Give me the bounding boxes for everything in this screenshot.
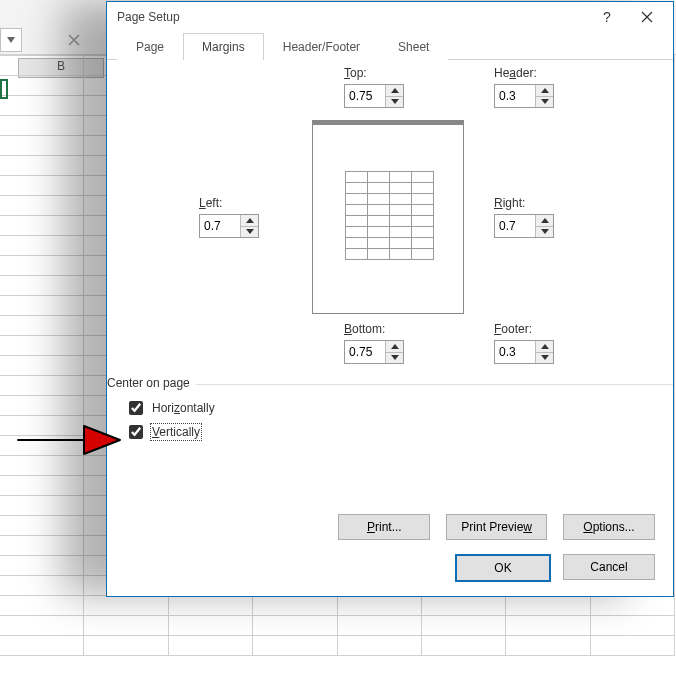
spin-up-icon[interactable]	[386, 341, 403, 353]
spinner-top	[344, 84, 404, 108]
dialog-footer: OK Cancel	[455, 554, 655, 582]
svg-marker-9	[541, 229, 549, 234]
input-left[interactable]	[200, 215, 240, 237]
spinner-footer	[494, 340, 554, 364]
tab-margins[interactable]: Margins	[183, 33, 264, 60]
spin-down-icon[interactable]	[386, 353, 403, 364]
checkbox-vertically-input[interactable]	[129, 425, 143, 439]
input-header[interactable]	[495, 85, 535, 107]
margin-preview	[312, 120, 464, 314]
spinner-arrows	[535, 341, 553, 363]
field-right: Right:	[494, 196, 554, 238]
input-top[interactable]	[345, 85, 385, 107]
spinner-header	[494, 84, 554, 108]
name-box-dropdown[interactable]	[0, 28, 22, 52]
label-header: Header:	[494, 66, 554, 80]
svg-text:?: ?	[603, 10, 611, 24]
print-button[interactable]: Print...	[338, 514, 430, 540]
active-cell-indicator	[0, 79, 8, 99]
spin-up-icon[interactable]	[536, 85, 553, 97]
dialog-titlebar[interactable]: Page Setup ?	[107, 2, 673, 32]
spinner-bottom	[344, 340, 404, 364]
field-left: Left:	[199, 196, 259, 238]
help-button[interactable]: ?	[587, 3, 627, 31]
options-button[interactable]: Options...	[563, 514, 655, 540]
svg-marker-12	[541, 344, 549, 349]
spinner-arrows	[385, 85, 403, 107]
field-header: Header:	[494, 66, 554, 108]
spinner-arrows	[535, 85, 553, 107]
field-footer: Footer:	[494, 322, 554, 364]
tab-header-footer[interactable]: Header/Footer	[264, 33, 379, 60]
checkbox-horizontally-input[interactable]	[129, 401, 143, 415]
svg-marker-2	[391, 88, 399, 93]
cancel-button[interactable]: Cancel	[563, 554, 655, 580]
preview-cells	[345, 171, 433, 259]
label-bottom: Bottom:	[344, 322, 404, 336]
input-right[interactable]	[495, 215, 535, 237]
svg-marker-7	[246, 229, 254, 234]
svg-marker-3	[391, 99, 399, 104]
spin-down-icon[interactable]	[536, 227, 553, 238]
print-preview-button[interactable]: Print Preview	[446, 514, 547, 540]
spinner-left	[199, 214, 259, 238]
dialog-title: Page Setup	[117, 10, 587, 24]
svg-marker-11	[391, 355, 399, 360]
spinner-arrows	[385, 341, 403, 363]
spin-down-icon[interactable]	[536, 97, 553, 108]
center-on-page-label: Center on page	[107, 376, 196, 390]
tab-strip: Page Margins Header/Footer Sheet	[107, 32, 673, 60]
label-top-rest: op:	[350, 66, 367, 80]
spinner-arrows	[535, 215, 553, 237]
spin-down-icon[interactable]	[536, 353, 553, 364]
spin-down-icon[interactable]	[241, 227, 258, 238]
spin-up-icon[interactable]	[536, 215, 553, 227]
svg-marker-6	[246, 218, 254, 223]
ok-button[interactable]: OK	[455, 554, 551, 582]
svg-marker-4	[541, 88, 549, 93]
checkbox-horizontally[interactable]: Horizontally	[125, 398, 215, 418]
spinner-right	[494, 214, 554, 238]
label-top: Top:	[344, 66, 404, 80]
dialog-body: Top: Header: Left:	[107, 60, 673, 596]
close-button[interactable]	[627, 3, 667, 31]
spin-up-icon[interactable]	[241, 215, 258, 227]
label-footer: Footer:	[494, 322, 554, 336]
input-footer[interactable]	[495, 341, 535, 363]
svg-marker-13	[541, 355, 549, 360]
svg-marker-0	[7, 37, 15, 43]
svg-marker-8	[541, 218, 549, 223]
spinner-arrows	[240, 215, 258, 237]
action-button-row: Print... Print Preview Options...	[107, 514, 655, 540]
formula-cancel-icon[interactable]	[62, 28, 86, 52]
input-bottom[interactable]	[345, 341, 385, 363]
checkbox-vertically[interactable]: Vertically	[125, 422, 200, 442]
tab-page[interactable]: Page	[117, 33, 183, 60]
svg-marker-10	[391, 344, 399, 349]
label-right: Right:	[494, 196, 554, 210]
spin-up-icon[interactable]	[386, 85, 403, 97]
spin-down-icon[interactable]	[386, 97, 403, 108]
field-top: Top:	[344, 66, 404, 108]
page-setup-dialog: Page Setup ? Page Margins Header/Footer …	[106, 1, 674, 597]
tab-sheet[interactable]: Sheet	[379, 33, 448, 60]
svg-marker-5	[541, 99, 549, 104]
label-left: Left:	[199, 196, 259, 210]
field-bottom: Bottom:	[344, 322, 404, 364]
spin-up-icon[interactable]	[536, 341, 553, 353]
